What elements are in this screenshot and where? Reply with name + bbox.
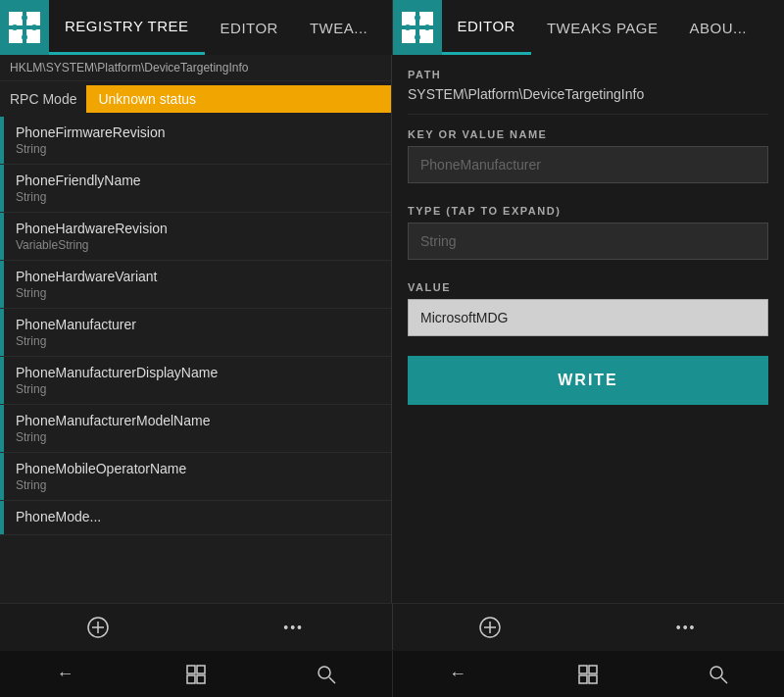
- left-panel: HKLM\SYSTEM\Platform\DeviceTargetingInfo…: [0, 55, 392, 603]
- item-type: String: [16, 334, 379, 348]
- svg-rect-11: [402, 29, 416, 43]
- back-button-right[interactable]: ←: [438, 655, 477, 694]
- type-label: TYPE (TAP TO EXPAND): [408, 205, 768, 217]
- bottom-toolbar: ••• •••: [0, 603, 784, 650]
- svg-point-4: [22, 15, 27, 21]
- more-button-right[interactable]: •••: [666, 608, 706, 647]
- nav-tweaks-right[interactable]: TWEAKS PAGE: [531, 0, 674, 55]
- search-button-right[interactable]: [699, 655, 738, 694]
- svg-rect-31: [589, 666, 597, 673]
- back-icon-right: ←: [449, 664, 466, 684]
- table-row[interactable]: PhoneMode...: [0, 501, 391, 535]
- table-row[interactable]: PhoneFirmwareRevision String: [0, 117, 391, 165]
- item-name: PhoneHardwareRevision: [16, 221, 379, 236]
- item-type: String: [16, 190, 379, 204]
- svg-point-28: [318, 667, 330, 678]
- more-dots-left: •••: [283, 620, 304, 635]
- svg-point-8: [22, 25, 27, 30]
- main-content: HKLM\SYSTEM\Platform\DeviceTargetingInfo…: [0, 55, 784, 603]
- search-button-left[interactable]: [307, 655, 346, 694]
- add-button-right[interactable]: [470, 608, 510, 647]
- item-name: PhoneMode...: [16, 509, 379, 524]
- registry-list: PhoneFirmwareRevision String PhoneFriend…: [0, 117, 391, 603]
- type-input[interactable]: [408, 223, 768, 260]
- left-logo: [0, 0, 49, 55]
- key-input[interactable]: [408, 146, 768, 183]
- nav-registry-tree[interactable]: REGISTRY TREE: [49, 0, 205, 55]
- table-row[interactable]: PhoneMobileOperatorName String: [0, 453, 391, 501]
- path-section: PATH SYSTEM\Platform\DeviceTargetingInfo: [392, 55, 784, 114]
- left-nav-panel: REGISTRY TREE EDITOR TWEA...: [0, 0, 392, 55]
- back-button-left[interactable]: ←: [46, 655, 85, 694]
- item-type: String: [16, 382, 379, 396]
- more-dots-right: •••: [676, 620, 697, 635]
- path-value: SYSTEM\Platform\DeviceTargetingInfo: [408, 86, 768, 106]
- item-content: PhoneFirmwareRevision String: [4, 117, 391, 164]
- write-button[interactable]: WRITE: [408, 356, 768, 405]
- svg-rect-30: [579, 666, 587, 673]
- rpc-label: RPC Mode: [0, 85, 86, 113]
- right-logo: [393, 0, 442, 55]
- right-sys-nav: ←: [393, 651, 785, 697]
- add-button-left[interactable]: [78, 608, 118, 647]
- item-content: PhoneManufacturerDisplayName String: [4, 357, 391, 404]
- item-name: PhoneManufacturerModelName: [16, 413, 379, 428]
- more-button-left[interactable]: •••: [274, 608, 314, 647]
- table-row[interactable]: PhoneHardwareVariant String: [0, 261, 391, 309]
- item-content: PhoneManufacturer String: [4, 309, 391, 356]
- item-name: PhoneMobileOperatorName: [16, 461, 379, 476]
- table-row[interactable]: PhoneManufacturerModelName String: [0, 405, 391, 453]
- svg-rect-27: [197, 675, 205, 683]
- right-nav-panel: EDITOR TWEAKS PAGE ABOU...: [393, 0, 785, 55]
- svg-rect-25: [197, 666, 205, 673]
- svg-point-5: [22, 34, 27, 40]
- rpc-status: Unknown status: [86, 85, 391, 113]
- right-panel: PATH SYSTEM\Platform\DeviceTargetingInfo…: [392, 55, 784, 603]
- item-content: PhoneFriendlyName String: [4, 165, 391, 212]
- nav-editor-left[interactable]: EDITOR: [205, 0, 294, 55]
- item-type: String: [16, 286, 379, 300]
- svg-point-34: [710, 667, 722, 678]
- item-content: PhoneHardwareRevision VariableString: [4, 213, 391, 260]
- item-type: String: [16, 430, 379, 444]
- key-label: KEY OR VALUE NAME: [408, 128, 768, 140]
- breadcrumb: HKLM\SYSTEM\Platform\DeviceTargetingInfo: [0, 55, 391, 81]
- nav-about[interactable]: ABOU...: [673, 0, 762, 55]
- value-section: VALUE: [392, 268, 784, 344]
- item-type: String: [16, 142, 379, 156]
- table-row[interactable]: PhoneFriendlyName String: [0, 165, 391, 213]
- svg-rect-3: [26, 29, 40, 43]
- svg-line-35: [721, 677, 727, 683]
- svg-point-16: [424, 25, 430, 30]
- item-type: VariableString: [16, 238, 379, 252]
- item-content: PhoneManufacturerModelName String: [4, 405, 391, 452]
- home-button-right[interactable]: [568, 655, 608, 694]
- left-sys-nav: ←: [0, 651, 392, 697]
- left-toolbar: •••: [0, 604, 392, 650]
- key-section: KEY OR VALUE NAME: [392, 115, 784, 191]
- back-icon-left: ←: [57, 664, 74, 684]
- table-row[interactable]: PhoneHardwareRevision VariableString: [0, 213, 391, 261]
- svg-rect-33: [589, 675, 597, 683]
- table-row[interactable]: PhoneManufacturerDisplayName String: [0, 357, 391, 405]
- left-nav-items: REGISTRY TREE EDITOR TWEA...: [49, 0, 383, 55]
- home-button-left[interactable]: [176, 655, 216, 694]
- svg-point-15: [405, 25, 411, 30]
- item-type: String: [16, 478, 379, 492]
- nav-editor-right[interactable]: EDITOR: [442, 0, 531, 55]
- svg-rect-9: [402, 12, 416, 25]
- right-nav-items: EDITOR TWEAKS PAGE ABOU...: [442, 0, 763, 55]
- svg-rect-0: [9, 12, 23, 25]
- table-row[interactable]: PhoneManufacturer String: [0, 309, 391, 357]
- item-name: PhoneHardwareVariant: [16, 269, 379, 284]
- svg-rect-10: [419, 12, 433, 25]
- nav-tweaks-left[interactable]: TWEA...: [294, 0, 383, 55]
- right-toolbar: •••: [393, 604, 785, 650]
- svg-rect-2: [9, 29, 23, 43]
- svg-rect-24: [187, 666, 195, 673]
- value-input[interactable]: [408, 299, 768, 336]
- svg-point-13: [415, 15, 420, 21]
- svg-point-7: [31, 25, 37, 30]
- svg-line-29: [329, 677, 335, 683]
- item-content: PhoneMode...: [4, 501, 391, 534]
